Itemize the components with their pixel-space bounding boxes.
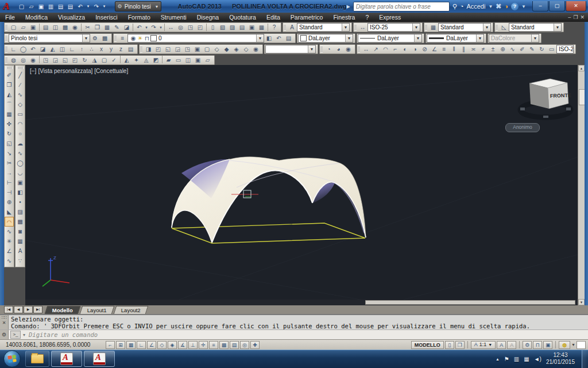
horizontal-scrollbar-thumb[interactable] [365,300,575,305]
command-window-grip[interactable]: ∷∷ [2,315,6,320]
toolbar-grip[interactable] [358,46,360,52]
toolbar-grip[interactable] [5,35,7,41]
view-right-icon[interactable]: ◳ [183,45,192,53]
menu-strumenti[interactable]: Strumenti [156,14,192,21]
3dconnexion-icon[interactable]: ◉ [70,23,80,32]
viewcube[interactable]: FRONTE [520,79,571,118]
toolbar-grip[interactable] [5,24,7,30]
print-icon[interactable]: ▤ [67,3,75,10]
minimize-button[interactable]: – [532,1,548,12]
menu-express[interactable]: Express [374,14,406,21]
make-block-icon[interactable]: ◧ [16,187,25,197]
selection-cycling-icon[interactable]: ◎ [240,341,249,349]
tab-layout2[interactable]: Layout2 [113,306,148,314]
tray-expand-icon[interactable]: ▲ [496,357,500,361]
view-left-icon[interactable]: ◲ [173,45,183,53]
chevron-down-icon[interactable]: ▼ [414,34,421,42]
maximize-button[interactable]: ▢ [549,1,565,12]
isolate-objects-icon[interactable]: ◍ [559,341,570,349]
command-window-close-icon[interactable]: ✕ [2,320,6,325]
dim-style-dropdown[interactable]: ISO-25▼ [368,23,420,32]
dynamic-input-icon[interactable]: ✛ [199,341,208,349]
properties-icon[interactable]: ▯ [208,23,218,32]
mleader-style-icon[interactable]: ◺ [499,23,509,32]
workspace-dropdown[interactable]: Pinolo tesi▼ [9,34,90,43]
sign-in-caret-icon[interactable]: ▼ [488,4,493,9]
chevron-down-icon[interactable]: ▼ [308,45,315,53]
chevron-down-icon[interactable]: ▼ [82,34,90,42]
create-camera-icon[interactable]: ◉ [251,45,261,53]
menu-inserisci[interactable]: Inserisci [90,14,123,21]
edit-polyline-icon[interactable]: ∠ [5,246,14,256]
menu-finestra[interactable]: Finestra [328,14,360,21]
spline-icon[interactable]: ∿ [16,148,25,158]
annotation-scale-button[interactable]: A 1:1 ▼ [471,341,496,349]
sign-in-button[interactable]: Accedi [466,3,485,10]
command-customize-icon[interactable]: ⚙ [0,330,9,339]
trim-icon[interactable]: ✂ [5,158,14,168]
mleader-style-dropdown[interactable]: Standard▼ [509,23,562,32]
flatshot-icon[interactable]: ▭ [173,56,183,64]
snap-mode-icon[interactable]: ⊞ [116,341,125,349]
ucs-x-icon[interactable]: x [96,45,106,53]
caret-icon[interactable]: ▾ [144,23,149,32]
chevron-down-icon[interactable]: ▼ [412,24,420,31]
view-ne-iso-icon[interactable]: ◈ [231,45,241,53]
grid-display-icon[interactable]: ▦ [126,341,136,349]
toolbar-grip[interactable] [6,67,13,69]
infocenter-collapse-icon[interactable]: ▶ [347,4,350,9]
toolbar-grip[interactable] [496,24,498,30]
break-icon[interactable]: ⊣ [5,187,14,197]
layer-properties-icon[interactable]: ≡ [118,34,127,43]
view-nw-iso-icon[interactable]: ◇ [241,45,251,53]
layer-states-manager-icon[interactable]: ▤ [284,34,293,43]
save-as-icon[interactable]: ▥ [47,3,55,10]
stretch-icon[interactable]: ↘ [5,148,14,158]
toolbar-grip[interactable] [354,24,357,30]
caret-icon[interactable]: ▾ [158,23,163,32]
plot-preview-icon[interactable]: ◫ [51,23,60,32]
match-properties-icon[interactable]: ✎ [112,23,122,32]
undo-icon[interactable]: ↶ [76,3,84,10]
ucs-object-icon[interactable]: ◭ [48,45,57,53]
rectangle-icon[interactable]: ▭ [16,109,25,119]
layer-dropdown[interactable]: ◉ ☀ ⊓ 0 ▼ [127,34,264,43]
solid-history-icon[interactable]: ▣ [193,56,203,64]
open-icon[interactable]: ▱ [18,23,28,32]
viewcube-ring-s[interactable] [543,116,548,118]
chevron-down-icon[interactable]: ▼ [483,24,490,31]
viewcube-front-label[interactable]: FRONTE [550,93,571,99]
viewport-menu-control[interactable]: [−] [30,68,36,74]
menu-help[interactable]: ? [360,14,374,21]
ordinate-dimension-icon[interactable]: ⌐ [390,45,400,53]
menu-modifica[interactable]: Modifica [20,14,53,21]
tab-modello[interactable]: Modello [45,306,80,314]
ucs-name-button[interactable]: Anonimo [505,123,540,132]
vault-3d-model[interactable] [172,157,366,243]
taper-faces-icon[interactable]: ◮ [90,56,99,64]
scale-icon[interactable]: ◱ [5,139,14,148]
help-caret-icon[interactable]: ▼ [521,4,526,9]
ucs-3-point-icon[interactable]: ∴ [87,45,96,53]
continuous-orbit-icon[interactable]: ◉ [343,45,353,53]
autodesk360-icon[interactable]: ◑ [504,3,508,10]
rotate-icon[interactable]: ↻ [5,129,14,139]
workspace-selector[interactable]: ⚙ Pinolo tesi ▼ [115,1,162,12]
annotation-visibility-icon[interactable]: A [497,341,506,349]
block-editor-icon[interactable]: ◪ [122,23,131,32]
circle-icon[interactable]: ○ [16,129,25,139]
ucs-z-axis-icon[interactable]: ↑ [77,45,87,53]
plot-icon[interactable]: ▤ [57,3,65,10]
caret-icon[interactable]: ▾ [86,4,91,9]
search-input[interactable] [353,2,450,12]
blend-curves-icon[interactable]: ∿ [5,227,14,236]
layer-lock-icon[interactable]: ⊓ [144,34,150,43]
horizontal-scrollbar[interactable] [25,300,578,305]
show-lineweight-icon[interactable]: ≡ [209,341,218,349]
mdi-close-icon[interactable]: ✕ [580,14,585,20]
extend-icon[interactable]: → [5,168,14,178]
interference-check-icon[interactable]: ◫ [183,56,193,64]
ortho-mode-icon[interactable]: ∟ [137,341,146,349]
subtract-icon[interactable]: ◎ [18,56,28,64]
named-view-dropdown[interactable]: ▼ [265,45,316,53]
